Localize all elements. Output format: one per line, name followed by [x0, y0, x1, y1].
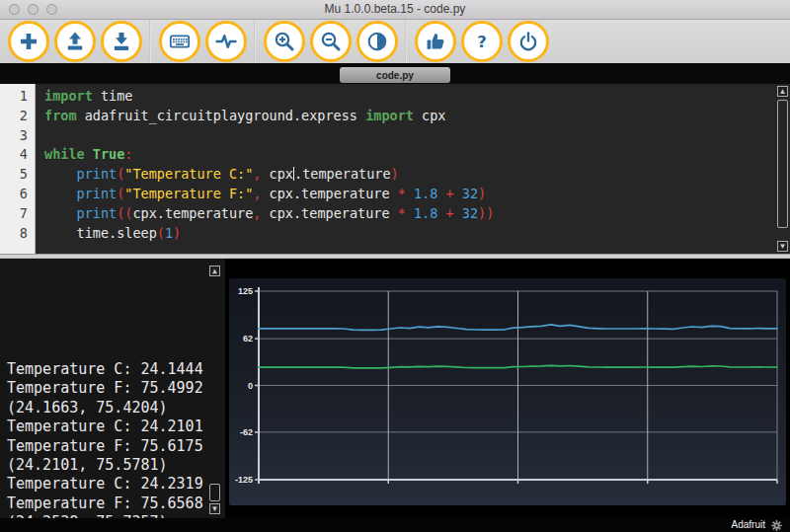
contrast-icon	[365, 30, 389, 53]
code-token: print	[77, 186, 118, 201]
mu-editor-window: Mu 1.0.0.beta.15 - code.py ? code.py 123…	[0, 0, 790, 532]
code-token: time.sleep	[44, 225, 157, 241]
code-token	[44, 186, 77, 201]
code-token: *	[398, 186, 406, 201]
svg-text:-62: -62	[240, 427, 253, 437]
console-scroll-up-icon[interactable]: ▲	[209, 266, 220, 276]
console-scrollbar-thumb[interactable]	[209, 484, 220, 501]
code-token: print	[77, 166, 118, 182]
editor-scrollbar-thumb[interactable]	[777, 100, 788, 228]
plotter-pane: 125620-62-125	[225, 259, 790, 518]
plotter-svg: 125620-62-125	[229, 278, 786, 505]
quit-button[interactable]	[508, 21, 549, 62]
console-line: Temperature F: 75.4992	[7, 379, 225, 398]
code-token	[44, 205, 77, 221]
line-number: 1	[0, 87, 28, 107]
zoom-out-button[interactable]	[310, 21, 352, 62]
new-button[interactable]	[8, 21, 49, 62]
code-line	[44, 126, 790, 146]
repl-button[interactable]	[159, 21, 200, 62]
console-line: Temperature F: 75.6568	[7, 494, 225, 513]
code-token	[406, 205, 414, 221]
svg-text:125: 125	[238, 286, 253, 296]
keyboard-icon	[168, 30, 192, 53]
line-number: 8	[0, 224, 28, 244]
toolbar-group-separator	[149, 20, 151, 63]
code-token: ((	[117, 205, 132, 221]
toolbar-group-separator	[254, 20, 256, 63]
console-scroll-down-icon[interactable]: ▼	[209, 503, 220, 514]
serial-console[interactable]: ▲ ▼ Temperature C: 24.1444Temperature F:…	[0, 259, 225, 518]
code-token: )	[478, 186, 486, 201]
scroll-up-icon[interactable]: ▲	[777, 86, 788, 97]
power-icon	[516, 30, 540, 53]
line-number: 6	[0, 185, 28, 204]
code-token: )	[173, 225, 181, 241]
code-token	[44, 166, 77, 182]
code-token: print	[77, 205, 118, 221]
bottom-panes: ▲ ▼ Temperature C: 24.1444Temperature F:…	[0, 259, 790, 518]
code-token: import	[44, 88, 93, 104]
code-token	[454, 205, 462, 221]
code-token: cpx.temperature	[261, 186, 397, 201]
svg-text:0: 0	[248, 381, 253, 391]
load-button[interactable]	[54, 21, 96, 62]
svg-text:?: ?	[477, 33, 487, 51]
code-token: :	[124, 146, 132, 162]
help-button[interactable]: ?	[461, 21, 503, 62]
svg-text:-125: -125	[235, 475, 253, 485]
code-token: "Temperature C:"	[124, 166, 253, 182]
save-button[interactable]	[101, 21, 142, 62]
code-token	[406, 186, 414, 201]
scroll-down-icon[interactable]: ▼	[777, 241, 788, 252]
code-token: "Temperature F:"	[124, 186, 253, 201]
code-token: import	[365, 108, 414, 123]
code-line: print("Temperature C:", cpx.temperature)	[44, 165, 790, 185]
tab-strip: code.py	[0, 63, 790, 84]
code-line: print((cpx.temperature, cpx.temperature …	[44, 204, 790, 224]
code-token: cpx	[261, 166, 293, 182]
line-number: 2	[0, 107, 28, 126]
plotter-button[interactable]	[205, 21, 247, 62]
console-line: Temperature C: 24.2319	[7, 475, 225, 494]
console-line: Temperature F: 75.6175	[7, 437, 225, 456]
code-token: 32	[462, 205, 478, 221]
code-token: ))	[478, 205, 494, 221]
line-number: 7	[0, 204, 28, 224]
console-line: (24.1663, 75.4204)	[7, 399, 225, 418]
gear-icon[interactable]	[770, 519, 783, 532]
code-token: 1.8	[414, 186, 437, 201]
editor-scrollbar[interactable]: ▲ ▼	[775, 84, 790, 254]
code-token: time	[93, 88, 133, 104]
line-number: 3	[0, 126, 28, 146]
code-token: +	[445, 186, 453, 201]
theme-button[interactable]	[356, 21, 398, 62]
code-token	[454, 186, 462, 201]
tab-code-py[interactable]: code.py	[340, 67, 450, 83]
code-token: True	[93, 146, 125, 162]
code-token: 1	[165, 225, 173, 241]
console-line: Temperature C: 24.2101	[7, 418, 225, 436]
svg-text:62: 62	[243, 334, 253, 343]
upload-icon	[63, 30, 87, 53]
window-title: Mu 1.0.0.beta.15 - code.py	[0, 0, 790, 19]
tab-label: code.py	[376, 70, 414, 81]
code-text-area[interactable]: import timefrom adafruit_circuitplaygrou…	[36, 84, 790, 254]
code-token: )	[391, 166, 399, 182]
zoom-in-button[interactable]	[264, 21, 305, 62]
code-token: 32	[462, 186, 478, 201]
code-line: while True:	[44, 145, 790, 165]
code-line: from adafruit_circuitplayground.express …	[44, 107, 790, 126]
code-token: .temperature	[294, 166, 391, 182]
check-button[interactable]	[415, 21, 456, 62]
console-line: Temperature C: 24.1444	[7, 360, 225, 379]
thumbs-up-icon	[424, 30, 447, 53]
code-token: (	[157, 225, 165, 241]
code-editor[interactable]: 12345678 import timefrom adafruit_circui…	[0, 84, 790, 254]
pulse-icon	[214, 30, 238, 53]
question-icon: ?	[470, 30, 494, 53]
code-token: cpx	[414, 108, 446, 123]
code-token: *	[398, 205, 406, 221]
code-line: import time	[44, 87, 790, 107]
code-token: while	[44, 146, 85, 162]
